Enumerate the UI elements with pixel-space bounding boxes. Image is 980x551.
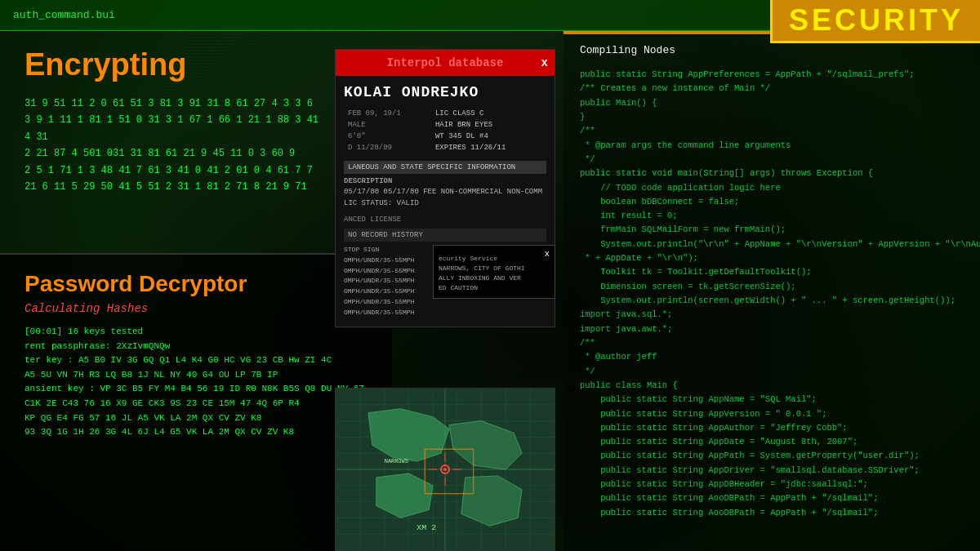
gotham-popup: x ecurity ServiceNARROWS, CITY OF GOTHIA… (433, 245, 555, 299)
code-line: Toolkit tk = Toolkit.getDefaultToolkit()… (580, 265, 964, 279)
interpol-license: ANCED LICENSE (344, 216, 546, 224)
decrypt-subtitle: Calculating Hashes (24, 302, 368, 315)
code-line: */ (580, 365, 964, 379)
interpol-description-label: DESCRIPTION (344, 177, 546, 185)
map-inner: XM 2 NARROWS (336, 389, 555, 550)
decrypt-line: C1K 2E C43 76 16 X9 GE CK3 9S 23 CE 15M … (24, 397, 368, 411)
encrypt-number-line: 21 6 11 5 29 50 41 5 51 2 31 1 81 2 71 8… (24, 179, 327, 195)
gotham-line: ecurity Service (439, 254, 550, 264)
encrypt-number-line: 2 5 1 71 1 3 48 41 7 61 3 41 0 41 2 01 0… (24, 162, 327, 179)
security-label: SECURITY (770, 0, 980, 43)
decrypt-line: KP QG E4 FG 57 16 JL A5 VK LA 2M QX CV Z… (24, 411, 368, 426)
decrypt-line: ter key : A5 B0 IV 3G GQ Q1 L4 K4 G0 HC … (24, 353, 368, 368)
code-line: int result = 0; (580, 209, 964, 223)
interpol-fields-table: FEB 09, 19/1LIC CLASS CMALEHAIR BRN EYES… (344, 107, 546, 154)
gotham-close-button[interactable]: x (544, 249, 550, 259)
svg-point-20 (443, 468, 447, 471)
main-content: Encrypting 31 9 51 11 2 0 61 51 3 81 3 9… (0, 0, 980, 551)
interpol-table-row: D 11/28/09EXPIRES 11/26/11 (345, 143, 545, 153)
code-line: public static String AppAuthor = "Jeffre… (580, 421, 964, 435)
interpol-record-header: NO RECORD HISTORY (344, 229, 546, 242)
gotham-content: ecurity ServiceNARROWS, CITY OF GOTHIALL… (439, 254, 550, 293)
decrypt-line: ansient key : VP 3C B5 FY M4 B4 56 19 ID… (24, 382, 368, 397)
code-line: public static void main(String[] args) t… (580, 167, 964, 180)
gotham-line: NARROWS, CITY OF GOTHI (439, 264, 550, 273)
code-panel-title: Compiling Nodes (580, 44, 964, 56)
interpol-field-value: LIC CLASS C (433, 109, 545, 118)
decrypt-line: rent passphrase: 2XzIvmQNQw (24, 340, 368, 354)
encrypting-title: Encrypting (24, 47, 327, 82)
interpol-field-value: WT 345 DL #4 (433, 131, 545, 141)
code-line: * @author jeff (580, 350, 964, 364)
code-line: Dimension screen = tk.getScreenSize(); (580, 280, 964, 294)
decrypt-text: [00:01] 16 keys testedrent passphrase: 2… (24, 325, 368, 440)
decrypt-title: Password Decryptor (24, 271, 368, 297)
interpol-close-button[interactable]: x (541, 56, 548, 69)
encrypt-number-line: 2 21 87 4 501 031 31 81 61 21 9 45 11 0 … (24, 145, 327, 162)
interpol-field-label: FEB 09, 19/1 (345, 109, 431, 118)
gotham-line: ALLY INBOXING AND VER (439, 273, 550, 283)
code-line: * + AppDate + "\r\n"); (580, 251, 964, 265)
code-line: /** (580, 336, 964, 350)
code-line: // TODO code application logic here (580, 181, 964, 195)
code-panel: Compiling Nodes public static String App… (564, 31, 980, 551)
encrypt-number-line: 3 9 1 11 1 81 1 51 0 31 3 1 67 1 66 1 21… (24, 112, 327, 145)
code-line: System.out.println("\r\n" + AppName + "\… (580, 238, 964, 251)
interpol-title: Interpol database (387, 56, 504, 69)
code-line: public static String AooDBPath = AppPath… (580, 506, 964, 520)
code-line: public static String AppPath = System.ge… (580, 449, 964, 463)
code-line: /** (580, 124, 964, 138)
svg-text:XM 2: XM 2 (416, 523, 436, 532)
interpol-table-row: 6'0"WT 345 DL #4 (345, 131, 545, 141)
interpol-field-value: HAIR BRN EYES (433, 120, 545, 130)
interpol-field-label: 6'0" (345, 131, 431, 141)
code-line: public static String AppDriver = "smalls… (580, 464, 964, 478)
decrypt-line: 93 3Q 1G 1H 26 3G 4L 6J L4 G5 VK LA 2M Q… (24, 425, 368, 440)
code-line: public static String AppPreferences = Ap… (580, 68, 964, 82)
code-line: public static String AppDBHeader = "jdbc… (580, 478, 964, 491)
code-line: public class Main { (580, 379, 964, 393)
decrypt-line: A5 5U VN 7H R3 LQ B8 1J NL NY 40 G4 OU L… (24, 368, 368, 383)
interpol-name: KOLAI ONDREJKO (344, 84, 546, 100)
code-line: System.out.println(screen.getWidth() + "… (580, 294, 964, 308)
interpol-field-label: D 11/28/09 (345, 143, 431, 153)
code-text: public static String AppPreferences = Ap… (580, 68, 964, 520)
interpol-table-row: FEB 09, 19/1LIC CLASS C (345, 109, 545, 118)
code-line: } (580, 110, 964, 124)
interpol-desc-header: LANEOUS AND STATE SPECIFIC INFORMATION (344, 161, 546, 174)
code-line: public static String AppDate = "August 8… (580, 435, 964, 449)
code-line: /** Creates a new instance of Main */ (580, 82, 964, 96)
code-line: public static String AppName = "SQL Mail… (580, 393, 964, 407)
interpol-field-value: EXPIRES 11/26/11 (433, 143, 545, 153)
code-line: frmMain SQLMailForm = new frmMain(); (580, 223, 964, 237)
gotham-line: ED CAUTION (439, 283, 550, 293)
code-line: public static String AppVersion = " 0.0.… (580, 407, 964, 421)
code-line: import java.awt.*; (580, 322, 964, 336)
map-svg: XM 2 NARROWS (336, 389, 555, 550)
code-line: */ (580, 153, 964, 167)
code-line: public static String AooDBPath = AppPath… (580, 491, 964, 505)
code-line: * @param args the command line arguments (580, 139, 964, 153)
violation-item: OMPH/UNDR/35-55MPH (344, 308, 546, 318)
interpol-header: Interpol database x (336, 50, 555, 76)
map-panel: XM 2 NARROWS (335, 388, 555, 551)
password-decryptor-panel: Password Decryptor Calculating Hashes [0… (0, 253, 392, 551)
code-line: import java.sql.*; (580, 308, 964, 322)
interpol-desc-text: 05/17/80 05/17/80 FEE NON-COMMERCIAL NON… (344, 187, 546, 209)
filename-label: auth_command.bui (13, 9, 115, 21)
code-line: boolean bDBConnect = false; (580, 195, 964, 209)
code-line: public Main() { (580, 96, 964, 110)
decrypt-line: [00:01] 16 keys tested (24, 325, 368, 340)
svg-text:NARROWS: NARROWS (385, 458, 408, 464)
encrypt-numbers: 31 9 51 11 2 0 61 51 3 81 3 91 31 8 61 2… (24, 96, 327, 195)
interpol-table-row: MALEHAIR BRN EYES (345, 120, 545, 130)
interpol-field-label: MALE (345, 120, 431, 130)
encrypt-number-line: 31 9 51 11 2 0 61 51 3 81 3 91 31 8 61 2… (24, 96, 327, 112)
